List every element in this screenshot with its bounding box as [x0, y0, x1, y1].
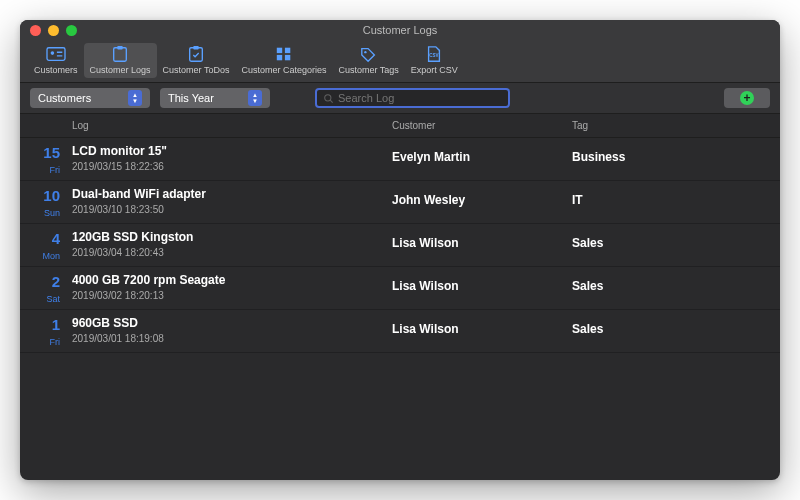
toolbar-customer-tags[interactable]: Customer Tags — [332, 43, 404, 78]
tag-value: IT — [572, 187, 770, 218]
svg-point-12 — [364, 51, 366, 53]
day-abbr: Sat — [46, 294, 60, 304]
day-abbr: Sun — [44, 208, 60, 218]
tag-value: Sales — [572, 230, 770, 261]
search-input[interactable] — [338, 92, 502, 104]
search-icon — [323, 93, 334, 104]
log-timestamp: 2019/03/01 18:19:08 — [72, 333, 392, 344]
toolbar-customer-categories[interactable]: Customer Categories — [235, 43, 332, 78]
day-number: 10 — [43, 187, 60, 204]
chevron-updown-icon: ▲▼ — [248, 90, 262, 106]
log-title: LCD monitor 15" — [72, 144, 392, 158]
svg-rect-9 — [285, 48, 290, 53]
titlebar[interactable]: Customer Logs — [20, 20, 780, 40]
toolbar-customer-todos[interactable]: Customer ToDos — [157, 43, 236, 78]
toolbar-customer-logs[interactable]: Customer Logs — [84, 43, 157, 78]
tag-value: Sales — [572, 273, 770, 304]
table-headers: Log Customer Tag — [20, 114, 780, 138]
day-abbr: Fri — [50, 337, 61, 347]
log-title: 4000 GB 7200 rpm Seagate — [72, 273, 392, 287]
csv-file-icon: CSV — [423, 45, 445, 63]
svg-line-15 — [330, 100, 332, 102]
log-timestamp: 2019/03/15 18:22:36 — [72, 161, 392, 172]
toolbar-label: Export CSV — [411, 65, 458, 75]
toolbar-label: Customers — [34, 65, 78, 75]
table-row[interactable]: 2Sat4000 GB 7200 rpm Seagate2019/03/02 1… — [20, 267, 780, 310]
day-number: 2 — [52, 273, 60, 290]
maximize-icon[interactable] — [66, 25, 77, 36]
log-timestamp: 2019/03/10 18:23:50 — [72, 204, 392, 215]
table-row[interactable]: 15FriLCD monitor 15"2019/03/15 18:22:36E… — [20, 138, 780, 181]
day-number: 15 — [43, 144, 60, 161]
header-customer[interactable]: Customer — [392, 120, 572, 131]
grid-icon — [273, 45, 295, 63]
tag-value: Sales — [572, 316, 770, 347]
table-row[interactable]: 10SunDual-band WiFi adapter2019/03/10 18… — [20, 181, 780, 224]
svg-rect-6 — [190, 48, 203, 62]
toolbar: Customers Customer Logs Customer ToDos C… — [20, 40, 780, 83]
table-row[interactable]: 1Fri960GB SSD2019/03/01 18:19:08Lisa Wil… — [20, 310, 780, 353]
clipboard-check-icon — [185, 45, 207, 63]
customer-name: Lisa Wilson — [392, 230, 572, 261]
customer-name: Lisa Wilson — [392, 316, 572, 347]
id-card-icon — [45, 45, 67, 63]
svg-text:CSV: CSV — [430, 53, 439, 58]
toolbar-customers[interactable]: Customers — [28, 43, 84, 78]
toolbar-label: Customer Tags — [338, 65, 398, 75]
window-title: Customer Logs — [20, 24, 780, 36]
log-title: 120GB SSD Kingston — [72, 230, 392, 244]
log-timestamp: 2019/03/02 18:20:13 — [72, 290, 392, 301]
toolbar-export-csv[interactable]: CSV Export CSV — [405, 43, 464, 78]
customer-name: Evelyn Martin — [392, 144, 572, 175]
svg-rect-4 — [114, 48, 127, 62]
day-abbr: Mon — [42, 251, 60, 261]
chevron-updown-icon: ▲▼ — [128, 90, 142, 106]
app-window: Customer Logs Customers Customer Logs Cu… — [20, 20, 780, 480]
svg-rect-5 — [117, 46, 122, 50]
svg-point-1 — [50, 51, 54, 55]
header-tag[interactable]: Tag — [572, 120, 770, 131]
select-value: Customers — [38, 92, 91, 104]
clipboard-icon — [109, 45, 131, 63]
svg-rect-10 — [277, 55, 282, 60]
log-table-body: 15FriLCD monitor 15"2019/03/15 18:22:36E… — [20, 138, 780, 480]
toolbar-label: Customer Logs — [90, 65, 151, 75]
table-row[interactable]: 4Mon120GB SSD Kingston2019/03/04 18:20:4… — [20, 224, 780, 267]
minimize-icon[interactable] — [48, 25, 59, 36]
plus-icon: + — [740, 91, 754, 105]
toolbar-label: Customer Categories — [241, 65, 326, 75]
tag-value: Business — [572, 144, 770, 175]
log-timestamp: 2019/03/04 18:20:43 — [72, 247, 392, 258]
traffic-lights — [20, 25, 77, 36]
svg-rect-11 — [285, 55, 290, 60]
search-field[interactable] — [315, 88, 510, 108]
customer-name: John Wesley — [392, 187, 572, 218]
tag-icon — [358, 45, 380, 63]
add-button[interactable]: + — [724, 88, 770, 108]
customer-name: Lisa Wilson — [392, 273, 572, 304]
filter-customers-select[interactable]: Customers ▲▼ — [30, 88, 150, 108]
day-number: 1 — [52, 316, 60, 333]
filter-period-select[interactable]: This Year ▲▼ — [160, 88, 270, 108]
svg-point-14 — [325, 94, 331, 100]
header-log[interactable]: Log — [72, 120, 392, 131]
select-value: This Year — [168, 92, 214, 104]
svg-rect-8 — [277, 48, 282, 53]
filter-bar: Customers ▲▼ This Year ▲▼ + — [20, 83, 780, 114]
toolbar-label: Customer ToDos — [163, 65, 230, 75]
log-title: 960GB SSD — [72, 316, 392, 330]
day-abbr: Fri — [50, 165, 61, 175]
svg-rect-7 — [193, 46, 198, 50]
day-number: 4 — [52, 230, 60, 247]
log-title: Dual-band WiFi adapter — [72, 187, 392, 201]
close-icon[interactable] — [30, 25, 41, 36]
svg-rect-0 — [47, 48, 65, 61]
